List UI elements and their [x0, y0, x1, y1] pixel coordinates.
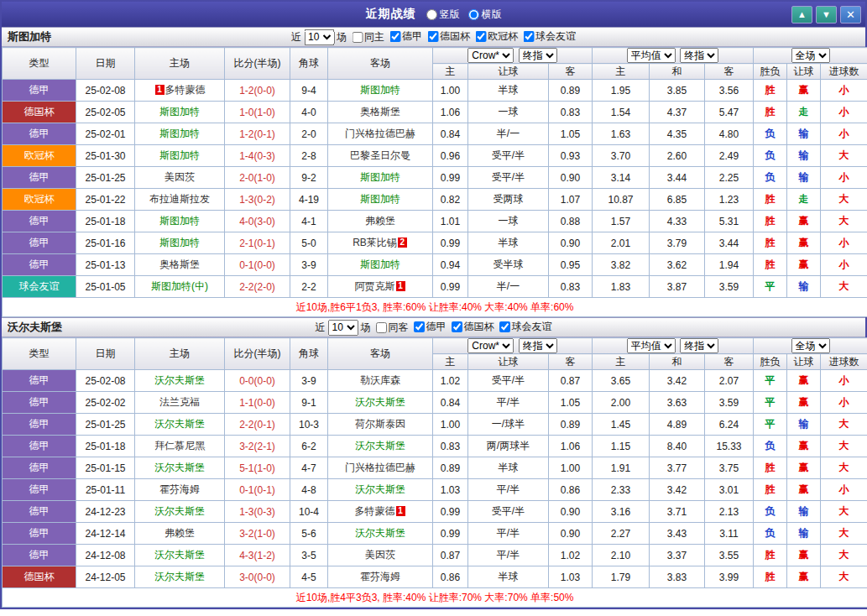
league-filter-item[interactable]: 德国杯: [452, 320, 494, 334]
ah-home-odds: 0.82: [433, 189, 468, 211]
corner-score: 4-19: [290, 189, 328, 211]
away-team: 沃尔夫斯堡: [328, 479, 433, 501]
ah-line: 平/半: [468, 545, 549, 566]
league-type-badge: 德国杯: [3, 566, 76, 588]
result-goals: 小: [821, 479, 867, 501]
vertical-radio[interactable]: [426, 9, 437, 20]
result-goals: 小: [821, 123, 867, 145]
col-score: 比分(半场): [225, 48, 290, 80]
col-eu-home: 主: [593, 64, 650, 80]
league-checkbox[interactable]: [389, 31, 400, 42]
league-checkbox[interactable]: [414, 321, 425, 332]
league-filter-item[interactable]: 德甲: [414, 320, 447, 334]
match-score: 3-2(2-1): [225, 436, 290, 457]
scope-select[interactable]: 全场: [791, 338, 830, 353]
close-button[interactable]: ✕: [840, 6, 861, 23]
eu-home-odds: 3.82: [593, 254, 650, 276]
col-eu-home: 主: [593, 354, 650, 370]
horizontal-radio[interactable]: [468, 9, 479, 20]
games-label: 场: [361, 321, 371, 335]
bookmaker-select[interactable]: Crow*: [467, 48, 514, 63]
filter-bar: 近 10 场 同主 德甲德国杯欧冠杯球会友谊: [291, 29, 576, 45]
result-wdl: 胜: [754, 189, 787, 211]
eu-home-odds: 1.91: [593, 457, 650, 479]
layout-vertical-option[interactable]: 竖版: [426, 8, 460, 22]
league-filter-item[interactable]: 德甲: [389, 29, 422, 44]
match-score: 3-0(0-0): [225, 566, 290, 588]
title-group: 近期战绩 竖版 横版: [366, 7, 502, 22]
col-ah-line: 让球: [468, 64, 549, 80]
eu-final-odds-select[interactable]: 终指: [680, 338, 718, 353]
ah-away-odds: 0.83: [549, 276, 593, 298]
ah-away-odds: 0.90: [549, 232, 593, 254]
same-venue-checkbox[interactable]: [352, 32, 363, 43]
away-team-label: 斯图加特: [360, 193, 400, 205]
match-row: 德甲25-01-25美因茨2-0(1-0)9-2斯图加特0.99受平/半0.90…: [3, 167, 867, 189]
ah-final-odds-select[interactable]: 终指: [519, 338, 557, 353]
ah-final-odds-select[interactable]: 终指: [519, 48, 557, 63]
ah-home-odds: 0.99: [433, 232, 468, 254]
away-team: 奥格斯堡: [328, 102, 433, 123]
away-team: 斯图加特: [328, 80, 433, 102]
summary-row: 近10场,胜6平1负3, 胜率:60% 让胜率:40% 大率:40% 单率:60…: [3, 298, 867, 317]
away-team: 多特蒙德1: [328, 501, 433, 523]
corner-score: 3-5: [290, 545, 328, 566]
corner-score: 4-8: [290, 479, 328, 501]
home-team: 斯图加特: [135, 211, 225, 232]
col-home: 主场: [135, 48, 225, 80]
same-venue-filter[interactable]: 同客: [376, 321, 409, 335]
eu-away-odds: 1.23: [705, 189, 754, 211]
away-team-label: 门兴格拉德巴赫: [345, 128, 415, 139]
home-team: 拜仁慕尼黑: [135, 436, 225, 457]
scope-select[interactable]: 全场: [791, 48, 830, 63]
corner-score: 4-5: [290, 566, 328, 588]
eu-average-select[interactable]: 平均值: [627, 338, 676, 353]
same-venue-checkbox[interactable]: [376, 322, 387, 333]
away-team: 霍芬海姆: [328, 566, 433, 588]
match-date: 25-02-02: [76, 392, 135, 414]
league-filter-item[interactable]: 球会友谊: [499, 320, 552, 334]
summary-text: 近10场,胜6平1负3, 胜率:60% 让胜率:40% 大率:40% 单率:60…: [3, 298, 867, 317]
layout-horizontal-option[interactable]: 横版: [468, 8, 502, 22]
league-type-badge: 德甲: [3, 479, 76, 501]
result-wdl: 负: [754, 123, 787, 145]
layout-mode-switch: 竖版 横版: [426, 8, 502, 22]
col-date: 日期: [76, 338, 135, 370]
result-handicap: 输: [787, 123, 821, 145]
match-date: 25-01-18: [76, 436, 135, 457]
league-filter-item[interactable]: 德国杯: [427, 29, 470, 44]
result-goals: 大: [821, 189, 867, 211]
league-checkbox[interactable]: [475, 31, 486, 42]
eu-final-odds-select[interactable]: 终指: [680, 48, 718, 63]
match-date: 24-12-23: [76, 501, 135, 523]
eu-home-odds: 3.14: [593, 167, 650, 189]
eu-average-select[interactable]: 平均值: [627, 48, 676, 63]
match-count-select[interactable]: 10: [328, 320, 358, 336]
home-team: 斯图加特: [135, 232, 225, 254]
home-team: 沃尔夫斯堡: [135, 370, 225, 392]
bookmaker-select[interactable]: Crow*: [467, 338, 514, 353]
col-corner: 角球: [290, 48, 328, 80]
league-filter-item[interactable]: 欧冠杯: [475, 29, 518, 44]
match-count-select[interactable]: 10: [304, 29, 334, 45]
league-checkbox[interactable]: [499, 321, 510, 332]
eu-home-odds: 1.57: [593, 211, 650, 232]
league-checkbox[interactable]: [452, 321, 462, 332]
match-score: 2-2(0-1): [225, 414, 290, 436]
match-date: 25-01-30: [76, 145, 135, 167]
ah-line: 半球: [468, 457, 549, 479]
away-team-label: 斯图加特: [360, 258, 400, 270]
league-checkbox[interactable]: [523, 31, 534, 42]
panel-title: 近期战绩: [366, 7, 416, 22]
eu-draw-odds: 3.62: [650, 254, 705, 276]
away-team: 沃尔夫斯堡: [328, 523, 433, 545]
move-down-button[interactable]: ▼: [816, 6, 837, 23]
match-row: 德甲25-01-18拜仁慕尼黑3-2(2-1)6-2沃尔夫斯堡0.83两/两球半…: [3, 436, 867, 457]
league-filter-item[interactable]: 球会友谊: [523, 29, 576, 44]
move-up-button[interactable]: ▲: [791, 6, 812, 23]
same-venue-filter[interactable]: 同主: [352, 30, 384, 44]
league-checkbox[interactable]: [427, 31, 438, 42]
home-team: 沃尔夫斯堡: [135, 545, 225, 566]
away-team-label: 沃尔夫斯堡: [355, 483, 405, 495]
match-date: 24-12-08: [76, 545, 135, 566]
